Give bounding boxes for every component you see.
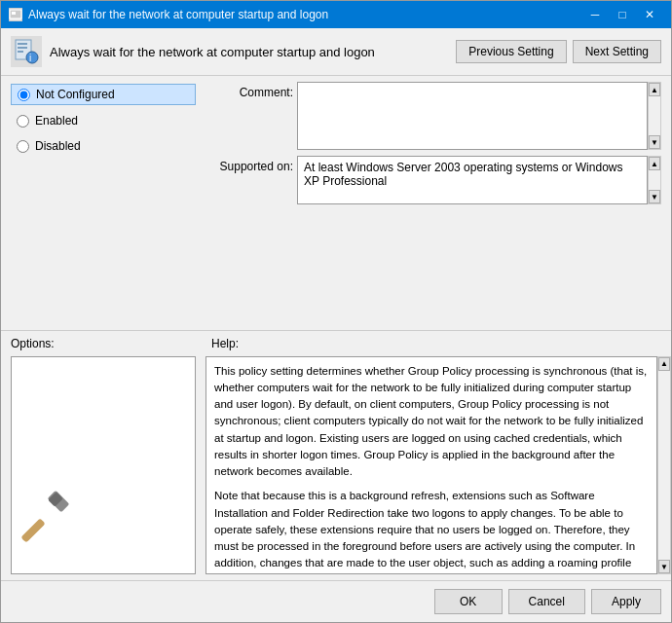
radio-group: Not Configured Enabled Disabled <box>11 84 196 156</box>
disabled-radio[interactable] <box>17 140 29 153</box>
ok-button[interactable]: OK <box>434 589 503 614</box>
header-bar: i Always wait for the network at compute… <box>1 28 671 76</box>
left-panel: Not Configured Enabled Disabled <box>1 76 205 326</box>
svg-rect-4 <box>18 43 27 45</box>
svg-rect-10 <box>21 518 46 542</box>
not-configured-label: Not Configured <box>36 88 115 101</box>
comment-textarea[interactable] <box>297 82 648 150</box>
help-scrollbar[interactable]: ▲ ▼ <box>657 356 671 575</box>
header-buttons: Previous Setting Next Setting <box>456 40 661 63</box>
help-para-1: This policy setting determines whether G… <box>214 363 649 481</box>
disabled-option[interactable]: Disabled <box>11 136 196 156</box>
svg-rect-1 <box>12 12 16 15</box>
minimize-button[interactable]: ─ <box>581 4 609 25</box>
header-title: Always wait for the network at computer … <box>50 45 375 59</box>
hammer-icon <box>21 490 76 544</box>
comment-scroll-track <box>649 96 660 135</box>
supported-scroll-up[interactable]: ▲ <box>649 157 660 170</box>
help-scroll-up[interactable]: ▲ <box>658 357 670 371</box>
next-setting-button[interactable]: Next Setting <box>573 40 661 63</box>
window-icon <box>9 8 22 21</box>
supported-scrollbar[interactable]: ▲ ▼ <box>648 156 661 204</box>
not-configured-option[interactable]: Not Configured <box>11 84 196 105</box>
comment-scroll-down[interactable]: ▼ <box>649 135 660 149</box>
policy-icon: i <box>11 36 42 67</box>
enabled-label: Enabled <box>35 114 78 128</box>
comment-row: Comment: ▲ ▼ <box>205 82 661 150</box>
main-content: Not Configured Enabled Disabled Comment: <box>1 76 671 326</box>
cancel-button[interactable]: Cancel <box>508 589 585 614</box>
svg-text:i: i <box>29 53 31 63</box>
apply-button[interactable]: Apply <box>591 589 661 614</box>
supported-row: Supported on: ▲ ▼ <box>205 156 661 204</box>
maximize-button[interactable]: □ <box>609 4 636 25</box>
svg-rect-5 <box>18 47 27 49</box>
comment-scrollbar[interactable]: ▲ ▼ <box>648 82 661 150</box>
enabled-option[interactable]: Enabled <box>11 111 196 130</box>
svg-rect-6 <box>18 51 23 53</box>
footer: OK Cancel Apply <box>1 580 671 622</box>
help-panel: Help: This policy setting determines whe… <box>205 331 671 581</box>
comment-wrapper: ▲ ▼ <box>297 82 661 150</box>
supported-textarea <box>297 156 648 204</box>
options-content <box>11 356 196 575</box>
not-configured-radio[interactable] <box>18 89 30 101</box>
main-window: Always wait for the network at computer … <box>0 0 672 623</box>
supported-wrapper: ▲ ▼ <box>297 156 661 204</box>
help-label: Help: <box>205 337 671 350</box>
help-para-2: Note that because this is a background r… <box>214 488 649 574</box>
close-button[interactable]: ✕ <box>636 4 663 25</box>
header-left: i Always wait for the network at compute… <box>11 36 375 67</box>
title-bar-left: Always wait for the network at computer … <box>9 8 328 21</box>
supported-scroll-down[interactable]: ▼ <box>649 190 660 203</box>
help-scroll-track <box>658 371 670 561</box>
comment-scroll-up[interactable]: ▲ <box>649 83 660 96</box>
window-title: Always wait for the network at computer … <box>28 8 328 21</box>
options-label: Options: <box>11 337 196 350</box>
supported-scroll-track <box>649 170 660 190</box>
title-bar: Always wait for the network at computer … <box>1 1 671 28</box>
bottom-section: Options: Help: <box>1 330 671 581</box>
comment-label: Comment: <box>205 82 293 99</box>
help-text-area: This policy setting determines whether G… <box>205 356 657 575</box>
enabled-radio[interactable] <box>17 115 29 128</box>
options-panel: Options: <box>1 331 205 581</box>
svg-point-7 <box>26 52 38 63</box>
options-inner <box>12 357 195 574</box>
disabled-label: Disabled <box>35 139 81 153</box>
help-content: This policy setting determines whether G… <box>205 356 671 575</box>
right-panel: Comment: ▲ ▼ Supported on: ▲ <box>205 76 671 326</box>
title-controls: ─ □ ✕ <box>581 4 663 25</box>
supported-label: Supported on: <box>205 156 293 173</box>
help-scroll-down[interactable]: ▼ <box>658 560 670 573</box>
previous-setting-button[interactable]: Previous Setting <box>456 40 566 63</box>
